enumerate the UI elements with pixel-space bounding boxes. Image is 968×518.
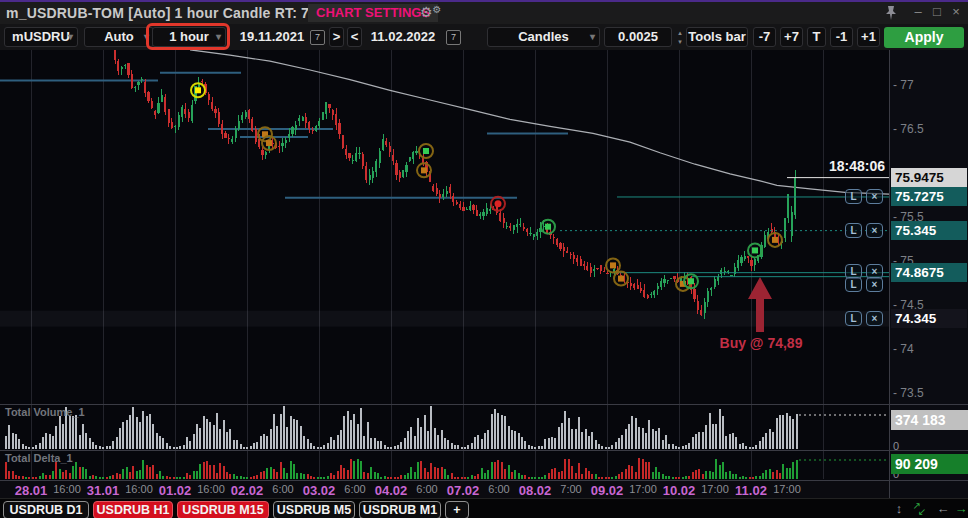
order-close-button[interactable]: × (866, 223, 883, 238)
time-axis-label-date: 28.01 (15, 483, 48, 498)
time-axis-label-date: 03.02 (303, 483, 336, 498)
price-tick-label: - 77 (893, 78, 914, 92)
order-limit-button[interactable]: L (845, 311, 862, 326)
tab-usdrub-m5[interactable]: USDRUB M5 (273, 501, 355, 518)
tab-usdrub-m15[interactable]: USDRUB M15 (177, 501, 269, 518)
delta-pane-title: Total Delta_1 (5, 452, 73, 464)
price-level-badge: 74.345 (891, 309, 967, 328)
time-axis-label-time: 6:00 (272, 483, 293, 495)
order-close-button[interactable]: × (866, 311, 883, 326)
price-tick-label: - 73.5 (893, 386, 924, 400)
volume-pane-title: Total Volume_1 (5, 406, 85, 418)
order-limit-button[interactable]: L (845, 277, 862, 292)
time-axis-label-time: 6:00 (488, 483, 509, 495)
scroll-left-icon[interactable]: ← (934, 500, 952, 518)
time-axis-label-time: 17:00 (629, 483, 657, 495)
time-axis-label-time: 16:00 (197, 483, 225, 495)
scroll-right-icon[interactable]: → (952, 500, 968, 518)
price-level-badge: 75.9475 (891, 168, 967, 187)
time-axis-label-time: 6:00 (344, 483, 365, 495)
time-axis-label-date: 09.02 (591, 483, 624, 498)
time-axis-label-date: 07.02 (447, 483, 480, 498)
time-axis-label-time: 17:00 (773, 483, 801, 495)
price-level-badge: 74.8675 (891, 263, 967, 282)
order-close-button[interactable]: × (866, 189, 883, 204)
time-axis-label-date: 04.02 (375, 483, 408, 498)
time-axis-label-time: 16:00 (125, 483, 153, 495)
time-axis-label-time: 6:00 (416, 483, 437, 495)
time-axis-label-date: 11.02 (735, 483, 767, 498)
time-axis-label-date: 08.02 (519, 483, 552, 498)
price-tick-label: - 74 (893, 342, 914, 356)
expand-icon[interactable]: ↗↙ (912, 500, 930, 518)
time-axis-label-time: 17:00 (701, 483, 729, 495)
tab-bar: USDRUB D1 USDRUB H1 USDRUB M15 USDRUB M5… (0, 498, 968, 518)
chart-canvas[interactable] (0, 2, 968, 518)
order-limit-button[interactable]: L (845, 223, 862, 238)
buy-annotation-label: Buy @ 74,89 (706, 335, 816, 351)
volume-value-badge: 374 183 (891, 410, 968, 430)
price-level-badge: 75.345 (891, 221, 967, 240)
time-axis-label-date: 01.02 (159, 483, 192, 498)
trading-app-window: m_USDRUB-TOM [Auto] 1 hour Candle RT: 71… (0, 0, 968, 518)
time-axis-label-time: 7:00 (560, 483, 581, 495)
tab-usdrub-d1[interactable]: USDRUB D1 (3, 501, 89, 518)
time-axis-label-time: 16:00 (53, 483, 81, 495)
price-level-badge: 75.7275 (891, 187, 967, 206)
delta-value-badge: 90 209 (891, 454, 968, 474)
tab-usdrub-h1[interactable]: USDRUB H1 (93, 501, 173, 518)
time-axis-label-date: 10.02 (663, 483, 696, 498)
time-axis-label-date: 31.01 (87, 483, 120, 498)
vertical-scale-icon[interactable]: ↕ (890, 500, 908, 518)
add-tab-button[interactable]: + (445, 501, 469, 518)
last-update-time-label: 18:48:06 (797, 158, 885, 174)
time-axis-label-date: 02.02 (231, 483, 264, 498)
price-tick-label: - 76.5 (893, 122, 924, 136)
volume-zero-label: 0 (893, 440, 899, 452)
order-limit-button[interactable]: L (845, 189, 862, 204)
order-close-button[interactable]: × (866, 277, 883, 292)
tab-usdrub-m1[interactable]: USDRUB M1 (359, 501, 441, 518)
